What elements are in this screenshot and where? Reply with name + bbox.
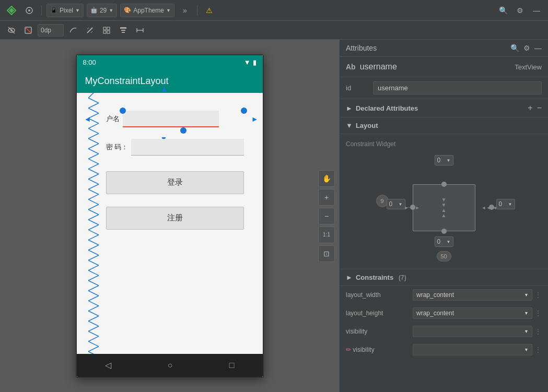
layout-height-row: layout_height wrap_content ▼ ⋮ [340, 304, 548, 323]
declared-attr-header: ► Declared Attributes [346, 104, 418, 112]
layout-height-label: layout_height [346, 310, 409, 317]
hand-tool[interactable]: ✋ [318, 170, 335, 187]
svg-line-11 [91, 31, 92, 33]
logo-icon[interactable] [4, 3, 19, 18]
layout-title: Layout [356, 122, 378, 129]
wand-icon[interactable] [83, 23, 97, 38]
add-attr-btn[interactable]: + [528, 103, 532, 113]
svg-rect-15 [107, 31, 110, 33]
visibility-attr-value-container: ▼ ⋮ [413, 344, 542, 355]
layout-height-value-container: wrap_content ▼ ⋮ [413, 307, 542, 319]
phone-body: ▲ ◄ 户名 ► ▼ [77, 93, 263, 377]
widget-name-row: Ab username [346, 62, 397, 72]
layout-width-row: layout_width wrap_content ▼ ⋮ [340, 286, 548, 304]
left-arrow: ◄ [84, 115, 91, 123]
svg-rect-17 [121, 30, 125, 31]
svg-rect-16 [120, 27, 126, 29]
bottom-constraint-dropdown[interactable]: 0 ▼ [435, 236, 453, 247]
layout-header-left: ▼ Layout [346, 122, 378, 129]
theme-dropdown[interactable]: 🎨 AppTheme ▼ [120, 4, 174, 17]
username-input[interactable] [123, 111, 219, 127]
left-connect-dot [410, 205, 415, 210]
api-dropdown[interactable]: 🤖 29 ▼ [87, 4, 117, 17]
svg-rect-18 [122, 32, 125, 33]
panel-search-icon[interactable]: 🔍 [510, 44, 519, 52]
more-icon[interactable]: » [178, 3, 192, 18]
register-button[interactable]: 注册 [106, 207, 244, 230]
declared-attributes-section[interactable]: ► Declared Attributes + − [340, 99, 548, 117]
login-button[interactable]: 登录 [106, 171, 244, 194]
phone-nav-bar: ◁ ○ □ [77, 354, 263, 377]
phone-frame: 8:00 ▼ ▮ MyConstraintLayout ▲ [76, 54, 264, 378]
visibility-attr-row: ✏ visibility ▼ ⋮ [340, 341, 548, 359]
panel-settings-icon[interactable]: ⚙ [523, 44, 530, 52]
warning-icon[interactable]: ⚠ [202, 3, 217, 18]
visibility-dropdown[interactable]: ▼ [413, 326, 532, 337]
visibility-attr-label: ✏ visibility [346, 346, 409, 353]
layout-width-label: layout_width [346, 291, 409, 299]
panel-header-icons: 🔍 ⚙ — [510, 44, 542, 52]
search-icon[interactable]: 🔍 [496, 3, 510, 18]
center-dot-bottom [441, 229, 447, 234]
layout-width-dropdown[interactable]: wrap_content ▼ [413, 289, 532, 301]
visibility-value-container: ▼ ⋮ [413, 326, 542, 337]
visibility-attr-dropdown[interactable]: ▼ [413, 344, 532, 355]
layout-width-value-container: wrap_content ▼ ⋮ [413, 289, 542, 301]
phone-status-bar: 8:00 ▼ ▮ [77, 55, 263, 70]
top-constraint-dropdown[interactable]: 0 ▼ [435, 155, 453, 165]
constraints-count: (7) [399, 274, 406, 281]
main-content: 8:00 ▼ ▮ MyConstraintLayout ▲ [0, 40, 548, 392]
password-input[interactable] [131, 139, 243, 156]
layout-height-dropdown[interactable]: wrap_content ▼ [413, 307, 532, 319]
constraints-section-header[interactable]: ► Constraints (7) [340, 269, 548, 286]
right-constraint-dropdown[interactable]: 0 ▼ [496, 199, 515, 209]
recent-nav-icon[interactable]: □ [229, 361, 235, 370]
fit-tool[interactable]: 1:1 [318, 227, 335, 243]
settings-icon[interactable]: ⚙ [512, 3, 527, 18]
id-row: id [340, 77, 548, 99]
layout-section-header[interactable]: ▼ Layout [340, 117, 548, 134]
design-mode-icon[interactable] [22, 3, 37, 18]
dimension-input[interactable] [38, 24, 64, 37]
remove-attr-btn[interactable]: − [537, 103, 542, 113]
username-label: 户名 [106, 114, 120, 124]
password-field-row: 密 码： [106, 139, 244, 156]
separator-2 [197, 5, 197, 16]
id-label: id [346, 84, 367, 92]
left-constraint-dropdown[interactable]: 0 ▼ [387, 199, 405, 209]
app-title: MyConstraintLayout [85, 76, 169, 87]
home-nav-icon[interactable]: ○ [168, 361, 173, 370]
zoom-out-tool[interactable]: − [318, 208, 335, 224]
declared-attr-title: Declared Attributes [356, 104, 418, 112]
separator-1 [41, 5, 42, 16]
center-dot-top [441, 182, 447, 187]
grid-icon[interactable] [99, 23, 114, 38]
minimize-icon[interactable]: — [529, 3, 544, 18]
top-constraint-arrow: ▲ [160, 85, 169, 94]
align-icon[interactable] [116, 23, 131, 38]
eye-toggle[interactable] [4, 23, 19, 38]
layout-width-extra-btn[interactable]: ⋮ [534, 291, 542, 299]
constraint-widget-area: Constraint Widget 9 0 ▼ [340, 134, 548, 269]
center-arrows: ▼ ▼ ▲ ▲ [441, 197, 447, 218]
id-input[interactable] [373, 81, 542, 94]
handle-top-right [241, 108, 247, 114]
wifi-icon: ▼ [244, 58, 251, 66]
visibility-attr-extra-btn[interactable]: ⋮ [534, 346, 542, 354]
widget-type: TextView [515, 63, 542, 71]
right-arrow: ► [251, 115, 259, 123]
password-label: 密 码： [106, 142, 129, 152]
battery-icon: ▮ [253, 58, 256, 66]
device-dropdown[interactable]: 📱 Pixel ▼ [46, 4, 84, 17]
margin-icon[interactable] [133, 23, 147, 38]
panel-minimize-icon[interactable]: — [534, 44, 542, 52]
frame-tool[interactable]: ⊡ [318, 245, 335, 262]
zoom-in-tool[interactable]: + [318, 189, 335, 206]
constraint-widget-label: Constraint Widget [346, 140, 542, 148]
back-nav-icon[interactable]: ◁ [105, 360, 111, 370]
pan-off-icon[interactable] [21, 23, 36, 38]
layout-height-extra-btn[interactable]: ⋮ [534, 309, 542, 317]
curve-icon[interactable] [66, 23, 80, 38]
visibility-extra-btn[interactable]: ⋮ [534, 327, 542, 336]
svg-rect-12 [103, 27, 106, 30]
